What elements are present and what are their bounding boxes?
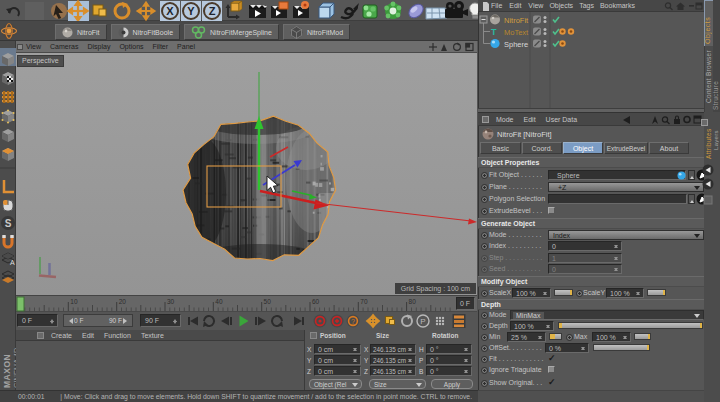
- svg-text:Z: Z: [209, 5, 216, 17]
- svg-text:X: X: [166, 5, 174, 17]
- svg-text:MAXON: MAXON: [2, 354, 12, 388]
- svg-text:10: 10: [70, 298, 78, 305]
- svg-text:NitroFit: NitroFit: [504, 16, 529, 25]
- svg-text:60: 60: [312, 298, 320, 305]
- svg-text:MoText: MoText: [504, 28, 529, 37]
- svg-text:Y: Y: [187, 5, 195, 17]
- svg-text:S: S: [5, 218, 12, 229]
- svg-text:70: 70: [360, 298, 368, 305]
- svg-text:20: 20: [119, 298, 127, 305]
- svg-text:30: 30: [167, 298, 175, 305]
- svg-text:80: 80: [409, 298, 417, 305]
- svg-text:Sphere: Sphere: [504, 40, 528, 49]
- svg-text:P: P: [420, 317, 425, 326]
- svg-text:A: A: [10, 259, 15, 266]
- svg-text:T: T: [491, 27, 497, 37]
- svg-text:40: 40: [215, 298, 223, 305]
- svg-text:50: 50: [264, 298, 272, 305]
- svg-text:?: ?: [351, 318, 355, 325]
